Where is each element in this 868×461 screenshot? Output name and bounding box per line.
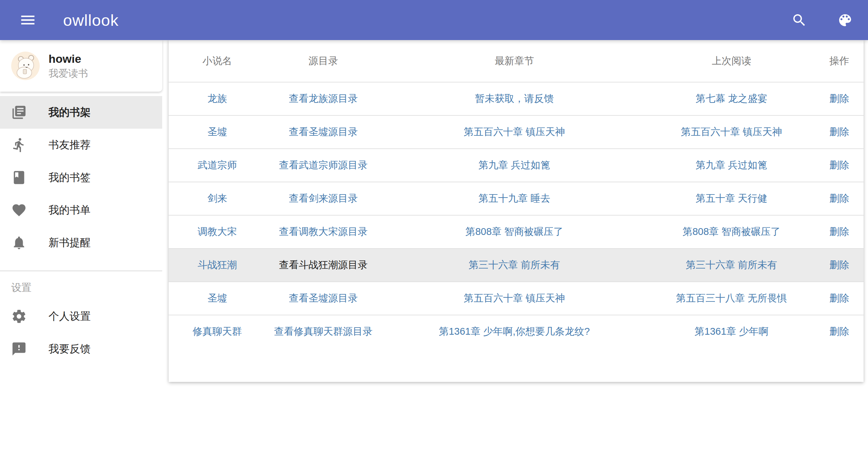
last-read-link[interactable]: 第五百六十章 镇压天神 — [681, 126, 782, 137]
header-last-read: 上次阅读 — [648, 40, 815, 82]
book-bookmark-icon — [11, 170, 27, 185]
table-row: 圣墟 查看圣墟源目录 第五百六十章 镇压天神 第五百三十八章 无所畏惧 删除 — [169, 282, 864, 315]
sidebar-item-label: 我的书单 — [49, 203, 91, 217]
palette-icon[interactable] — [837, 12, 853, 28]
delete-button[interactable]: 删除 — [829, 226, 849, 237]
heart-icon — [11, 202, 27, 218]
delete-button[interactable]: 删除 — [829, 160, 849, 170]
sidebar-item-bookshelf[interactable]: 我的书架 — [0, 96, 162, 129]
delete-button[interactable]: 删除 — [829, 326, 849, 337]
feedback-icon — [11, 341, 27, 357]
delete-button[interactable]: 删除 — [829, 259, 849, 270]
sidebar-item-bookmarks[interactable]: 我的书签 — [0, 161, 162, 194]
last-read-link[interactable]: 第五百三十八章 无所畏惧 — [676, 293, 787, 303]
bookshelf-card: 小说名 源目录 最新章节 上次阅读 操作 龙族 查看龙族源目录 暂未获取，请反馈… — [169, 40, 864, 382]
latest-chapter-link[interactable]: 第五百六十章 镇压天神 — [464, 293, 565, 303]
sidebar: howie 我爱读书 我的书架 书友推荐 我的书签 — [0, 40, 162, 461]
last-read-link[interactable]: 第三十六章 前所未有 — [686, 259, 777, 270]
header-latest-chapter: 最新章节 — [381, 40, 648, 82]
table-row: 圣墟 查看圣墟源目录 第五百六十章 镇压天神 第五百六十章 镇压天神 删除 — [169, 115, 864, 149]
last-read-link[interactable]: 第1361章 少年啊 — [695, 326, 769, 337]
source-catalog-link[interactable]: 查看武道宗师源目录 — [279, 160, 367, 170]
latest-chapter-link[interactable]: 第三十六章 前所未有 — [469, 259, 560, 270]
settings-section-label: 设置 — [0, 271, 162, 300]
gear-icon — [11, 309, 27, 324]
latest-chapter-link[interactable]: 第五十九章 睡去 — [478, 193, 550, 204]
table-row: 剑来 查看剑来源目录 第五十九章 睡去 第五十章 天行健 删除 — [169, 182, 864, 215]
last-read-link[interactable]: 第808章 智商被碾压了 — [683, 226, 780, 237]
last-read-link[interactable]: 第七幕 龙之盛宴 — [696, 93, 767, 104]
table-row: 调教大宋 查看调教大宋源目录 第808章 智商被碾压了 第808章 智商被碾压了… — [169, 215, 864, 248]
novel-name-link[interactable]: 斗战狂潮 — [197, 259, 237, 270]
top-navbar: owllook — [0, 0, 868, 40]
sidebar-item-label: 我要反馈 — [49, 342, 91, 356]
table-row-hovered: 斗战狂潮 查看斗战狂潮源目录 第三十六章 前所未有 第三十六章 前所未有 删除 — [169, 248, 864, 282]
navbar-actions — [791, 12, 853, 28]
sidebar-item-recommend[interactable]: 书友推荐 — [0, 129, 162, 161]
delete-button[interactable]: 删除 — [829, 126, 849, 137]
latest-chapter-link[interactable]: 第1361章 少年啊,你想要几条龙纹? — [439, 326, 590, 337]
delete-button[interactable]: 删除 — [829, 193, 849, 204]
bell-icon — [11, 235, 27, 251]
novel-name-link[interactable]: 武道宗师 — [197, 160, 237, 170]
source-catalog-link[interactable]: 查看圣墟源目录 — [289, 126, 358, 137]
table-row: 修真聊天群 查看修真聊天群源目录 第1361章 少年啊,你想要几条龙纹? 第13… — [169, 315, 864, 348]
source-catalog-link[interactable]: 查看修真聊天群源目录 — [274, 326, 373, 337]
source-catalog-link[interactable]: 查看斗战狂潮源目录 — [279, 259, 367, 270]
header-actions: 操作 — [815, 40, 864, 82]
novel-name-link[interactable]: 修真聊天群 — [193, 326, 242, 337]
table-header-row: 小说名 源目录 最新章节 上次阅读 操作 — [169, 40, 864, 82]
sidebar-item-label: 书友推荐 — [49, 138, 91, 152]
avatar — [11, 52, 40, 80]
delete-button[interactable]: 删除 — [829, 293, 849, 303]
novel-name-link[interactable]: 圣墟 — [207, 293, 227, 303]
source-catalog-link[interactable]: 查看剑来源目录 — [289, 193, 358, 204]
source-catalog-link[interactable]: 查看龙族源目录 — [289, 93, 358, 104]
table-row: 龙族 查看龙族源目录 暂未获取，请反馈 第七幕 龙之盛宴 删除 — [169, 82, 864, 115]
sidebar-item-new-book-alert[interactable]: 新书提醒 — [0, 226, 162, 259]
sidebar-item-booklist[interactable]: 我的书单 — [0, 194, 162, 226]
user-card: howie 我爱读书 — [0, 40, 162, 92]
directions-run-icon — [11, 137, 27, 153]
sidebar-item-label: 我的书签 — [49, 170, 91, 185]
sidebar-menu: 我的书架 书友推荐 我的书签 我的书单 — [0, 92, 162, 365]
sidebar-item-personal-settings[interactable]: 个人设置 — [0, 300, 162, 333]
novel-name-link[interactable]: 调教大宋 — [197, 226, 237, 237]
latest-chapter-link[interactable]: 第九章 兵过如篦 — [478, 160, 550, 170]
user-name: howie — [49, 53, 88, 65]
latest-chapter-link[interactable]: 第808章 智商被碾压了 — [466, 226, 563, 237]
library-books-icon — [11, 105, 27, 120]
table-row: 武道宗师 查看武道宗师源目录 第九章 兵过如篦 第九章 兵过如篦 删除 — [169, 149, 864, 182]
search-icon[interactable] — [791, 12, 807, 28]
sidebar-item-label: 我的书架 — [49, 105, 91, 119]
sidebar-item-label: 个人设置 — [49, 309, 91, 324]
last-read-link[interactable]: 第九章 兵过如篦 — [696, 160, 767, 170]
novel-name-link[interactable]: 剑来 — [207, 193, 227, 204]
source-catalog-link[interactable]: 查看圣墟源目录 — [289, 293, 358, 303]
novel-name-link[interactable]: 龙族 — [207, 93, 227, 104]
delete-button[interactable]: 删除 — [829, 93, 849, 104]
header-novel-name: 小说名 — [169, 40, 266, 82]
owllook-page: owllook — [0, 0, 868, 461]
bookshelf-table: 小说名 源目录 最新章节 上次阅读 操作 龙族 查看龙族源目录 暂未获取，请反馈… — [169, 40, 864, 348]
menu-icon[interactable] — [19, 11, 37, 29]
latest-chapter-link[interactable]: 第五百六十章 镇压天神 — [464, 126, 565, 137]
sidebar-item-feedback[interactable]: 我要反馈 — [0, 333, 162, 365]
source-catalog-link[interactable]: 查看调教大宋源目录 — [279, 226, 367, 237]
user-info: howie 我爱读书 — [49, 53, 88, 79]
sidebar-item-label: 新书提醒 — [49, 236, 91, 250]
header-source-catalog: 源目录 — [266, 40, 381, 82]
latest-chapter-link[interactable]: 暂未获取，请反馈 — [475, 93, 554, 104]
last-read-link[interactable]: 第五十章 天行健 — [696, 193, 767, 204]
app-title[interactable]: owllook — [63, 11, 119, 30]
user-motto: 我爱读书 — [49, 68, 88, 79]
novel-name-link[interactable]: 圣墟 — [207, 126, 227, 137]
